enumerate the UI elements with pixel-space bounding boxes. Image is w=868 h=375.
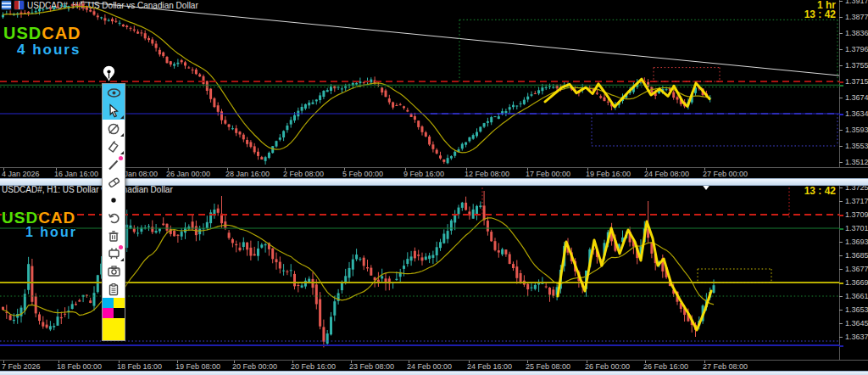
time-axis-label: 18 Feb 16:00 xyxy=(117,362,162,371)
flyout-indicator xyxy=(120,151,124,154)
h4-time-axis[interactable]: 4 Jan 202616 Jan 16:0021 Jan 08:0026 Jan… xyxy=(0,167,868,179)
scale-tick xyxy=(839,337,843,338)
clipboard-tool-button[interactable] xyxy=(103,280,125,298)
price-scale-label: 1.36930 xyxy=(845,238,868,246)
marker-icon xyxy=(107,140,120,154)
flyout-indicator xyxy=(120,133,124,137)
time-axis-label: 4 Jan 2026 xyxy=(2,170,40,178)
time-axis-label: 20 Feb 00:00 xyxy=(232,362,277,371)
level-scale-mark xyxy=(839,228,843,230)
analysis-boxes xyxy=(698,269,771,283)
mt4-workspace: { "window": { "top_title": "USDCAD#, H4:… xyxy=(0,0,868,375)
scale-tick xyxy=(839,296,843,297)
level-scale-mark xyxy=(839,283,843,284)
annotation-toolbar xyxy=(102,83,125,341)
scale-tick xyxy=(839,201,843,202)
window-bottom-edge xyxy=(0,371,868,375)
board-tool-button[interactable] xyxy=(103,244,125,262)
time-axis-label: 24 Feb 16:00 xyxy=(467,362,512,371)
time-axis-label: 19 Feb 16:00 xyxy=(586,170,631,178)
price-scale-label: 1.36370 xyxy=(845,333,868,341)
time-axis-label: 27 Feb 08:00 xyxy=(703,362,748,371)
level-scale-mark xyxy=(839,215,843,216)
time-axis-label: 12 Feb 08:00 xyxy=(465,170,509,178)
time-axis-label: 18 Feb 00:00 xyxy=(57,362,102,371)
time-axis-label: 27 Feb 00:00 xyxy=(703,170,748,178)
palette-swatch-magenta[interactable] xyxy=(103,308,114,318)
time-axis-label: 24 Feb 08:00 xyxy=(644,170,689,178)
eraser-icon xyxy=(107,176,121,189)
h1-symbol-cad: CAD xyxy=(38,209,75,227)
palette-swatch-cyan[interactable] xyxy=(103,298,114,308)
visibility-tool-button[interactable] xyxy=(103,84,125,102)
level-lines xyxy=(0,184,839,345)
pen-tool-button[interactable] xyxy=(103,155,125,173)
clipboard-icon xyxy=(107,283,120,296)
price-scale-label: 1.36850 xyxy=(845,251,868,260)
board-color-badge xyxy=(119,245,123,249)
scale-tick xyxy=(839,242,843,243)
h4-candle-timer: 1 hr 13 : 42 xyxy=(804,1,836,20)
price-scale-label: 1.36770 xyxy=(845,265,868,273)
undo-tool-button[interactable] xyxy=(103,209,125,227)
palette-swatch-black[interactable] xyxy=(114,308,125,318)
price-scale-label: 1.36690 xyxy=(845,278,868,287)
pen-color-badge xyxy=(119,156,123,160)
camera-icon xyxy=(107,265,121,277)
cursor-tool-button[interactable] xyxy=(103,102,125,120)
palette-swatch-yellow[interactable] xyxy=(114,298,125,308)
h1-time-axis[interactable]: 7 Feb 202618 Feb 00:0018 Feb 16:0019 Feb… xyxy=(0,360,868,372)
h4-symbol-label: USDCAD xyxy=(3,24,81,43)
time-axis-label: 2 Feb 08:00 xyxy=(283,170,324,178)
price-scale-label: 1.36530 xyxy=(845,305,868,314)
palette-current-color[interactable] xyxy=(103,318,125,340)
palette-row-1 xyxy=(103,298,125,308)
h4-timeframe-label: 4 hours xyxy=(17,42,81,59)
time-axis-label: 5 Feb 00:00 xyxy=(342,170,383,178)
time-axis-label: 7 Feb 2026 xyxy=(2,362,41,371)
price-scale-label: 1.37090 xyxy=(845,210,868,219)
time-axis-label: 23 Feb 08:00 xyxy=(349,362,394,371)
dot-size-tool-button[interactable] xyxy=(103,191,125,209)
flyout-indicator xyxy=(120,258,124,261)
annotation-zigzag xyxy=(545,79,709,107)
flyout-indicator xyxy=(120,115,124,119)
h1-timeframe-label: 1 hour xyxy=(25,225,77,240)
time-axis-label: 17 Feb 00:00 xyxy=(526,170,570,178)
eye-icon xyxy=(107,87,121,99)
level-scale-mark xyxy=(839,345,843,347)
time-axis-label: 26 Jan 00:00 xyxy=(166,170,210,178)
h1-candle-timer: 13 : 42 xyxy=(804,187,836,196)
cursor-icon xyxy=(107,104,120,118)
time-axis-label: 20 Feb 16:00 xyxy=(291,362,336,371)
dot-icon xyxy=(107,193,120,207)
h1-symbol-usd: USD xyxy=(2,209,38,227)
eraser-tool-button[interactable] xyxy=(103,173,125,191)
scale-tick xyxy=(839,323,843,324)
time-axis-label: 28 Jan 16:00 xyxy=(225,170,270,178)
price-scale-label: 1.37010 xyxy=(845,224,868,232)
time-axis-label: 19 Feb 08:00 xyxy=(175,362,220,371)
time-axis-label: 26 Feb 16:00 xyxy=(643,362,688,371)
draw-off-tool-button[interactable] xyxy=(103,120,125,137)
window-splitter[interactable] xyxy=(0,178,868,186)
price-scale-label: 1.37170 xyxy=(845,197,868,205)
scale-tick xyxy=(839,269,843,270)
h4-chart-canvas[interactable] xyxy=(0,0,839,167)
price-scale-label: 1.36610 xyxy=(845,292,868,300)
annotation-pointer-pin-icon[interactable] xyxy=(101,64,117,85)
time-axis-label: 24 Feb 00:00 xyxy=(407,362,452,371)
scale-tick xyxy=(839,188,843,188)
clear-all-tool-button[interactable] xyxy=(103,227,125,244)
time-axis-label: 16 Jan 16:00 xyxy=(54,170,98,178)
h4-timer-countdown: 13 : 42 xyxy=(804,10,836,20)
highlighter-tool-button[interactable] xyxy=(103,137,125,155)
h1-chart-canvas[interactable] xyxy=(0,184,839,359)
h1-timer-countdown: 13 : 42 xyxy=(804,187,836,196)
price-scale-label: 1.36450 xyxy=(845,319,868,327)
level-lines xyxy=(0,2,839,114)
trash-icon xyxy=(107,229,120,243)
screenshot-tool-button[interactable] xyxy=(103,262,125,280)
scale-tick xyxy=(839,255,843,256)
slashed-circle-icon xyxy=(107,122,120,136)
